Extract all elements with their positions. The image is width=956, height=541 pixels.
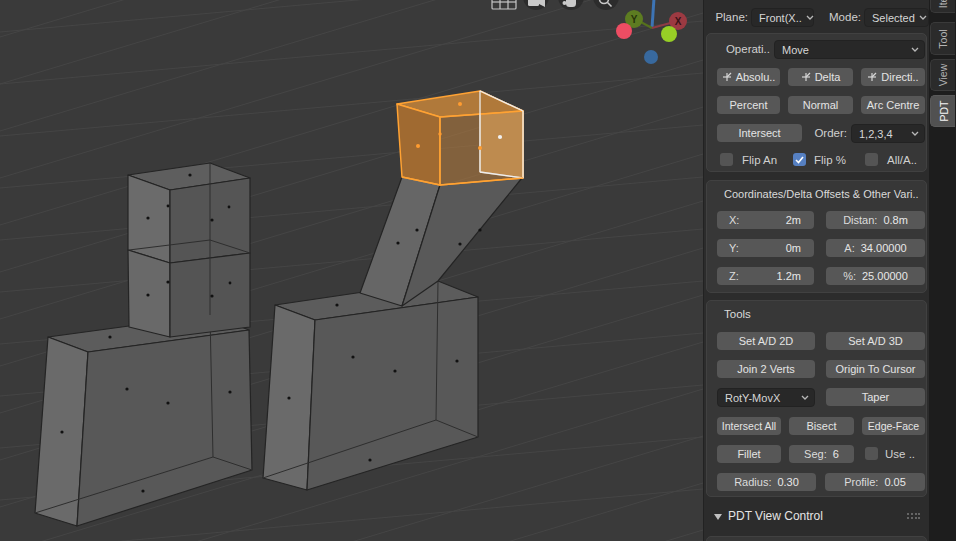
- active-face-dot: [498, 135, 502, 139]
- set-ad-3d-button[interactable]: Set A/D 3D: [826, 332, 925, 350]
- intersect-button[interactable]: Intersect: [717, 124, 802, 142]
- pdt-panel: Plane: Front(X.. Mode: Selected Operati.…: [703, 0, 929, 541]
- tab-pdt[interactable]: PDT: [930, 95, 955, 127]
- axis-x-neg-ball[interactable]: [616, 23, 632, 39]
- percent-button[interactable]: Percent: [717, 96, 780, 114]
- radius-field[interactable]: Radius:0.30: [717, 473, 816, 491]
- tab-tool[interactable]: Tool: [930, 22, 955, 55]
- tab-view[interactable]: View: [930, 59, 955, 91]
- tab-item[interactable]: Item: [930, 0, 955, 13]
- chevron-down-icon: [806, 15, 814, 20]
- axis-x-label: X: [675, 16, 682, 27]
- join-2-verts-button[interactable]: Join 2 Verts: [717, 360, 815, 378]
- taper-button[interactable]: Taper: [826, 388, 925, 406]
- axes-icon: [801, 72, 811, 82]
- pdt-view-control-header[interactable]: PDT View Control: [704, 506, 930, 528]
- flip-angle-label: Flip An: [742, 153, 777, 167]
- operation-dropdown[interactable]: Move: [774, 40, 925, 59]
- arc-centre-button[interactable]: Arc Centre: [861, 96, 925, 114]
- edge-face-button[interactable]: Edge-Face: [862, 417, 925, 435]
- bisect-button[interactable]: Bisect: [789, 417, 854, 435]
- next-panel-box: [706, 536, 927, 541]
- operation-label: Operati..: [717, 40, 770, 59]
- drag-grip-icon[interactable]: [906, 512, 920, 520]
- z-field[interactable]: Z:1.2m: [717, 267, 814, 285]
- use-checkbox[interactable]: [865, 447, 878, 460]
- axis-z-neg-ball[interactable]: [644, 50, 658, 64]
- percent-field[interactable]: %:25.00000: [826, 267, 925, 285]
- profile-field[interactable]: Profile:0.05: [825, 473, 925, 491]
- normal-button[interactable]: Normal: [788, 96, 853, 114]
- viewport-3d[interactable]: Y X: [0, 0, 703, 541]
- rot-mov-dropdown[interactable]: RotY-MovX: [717, 388, 815, 407]
- absolute-button[interactable]: Absolu..: [717, 68, 780, 86]
- axes-icon: [722, 72, 732, 82]
- coordinates-title: Coordinates/Delta Offsets & Other Vari..: [724, 188, 919, 200]
- intersect-all-button[interactable]: Intersect All: [717, 417, 781, 435]
- chevron-down-icon: [911, 47, 919, 52]
- direction-button[interactable]: Directi..: [861, 68, 925, 86]
- all-active-label: All/A..: [887, 153, 917, 167]
- coordinates-box: Coordinates/Delta Offsets & Other Vari..…: [706, 180, 927, 293]
- plane-label: Plane:: [704, 8, 748, 27]
- use-label: Use ..: [885, 447, 915, 461]
- delta-button[interactable]: Delta: [788, 68, 853, 86]
- mode-dropdown[interactable]: Selected: [864, 8, 929, 27]
- all-active-checkbox[interactable]: [865, 153, 878, 166]
- plane-dropdown[interactable]: Front(X..: [751, 8, 814, 27]
- origin-to-cursor-button[interactable]: Origin To Cursor: [826, 360, 925, 378]
- chevron-down-icon: [919, 15, 927, 20]
- pdt-view-control-title: PDT View Control: [728, 509, 823, 523]
- operation-box: Operati.. Move Absolu.. Delta Directi.. …: [706, 33, 927, 172]
- set-ad-2d-button[interactable]: Set A/D 2D: [717, 332, 815, 350]
- sidebar-tab-strip: Item Tool View PDT: [929, 0, 956, 541]
- chevron-down-icon: [911, 131, 919, 136]
- x-field[interactable]: X:2m: [717, 211, 814, 229]
- order-dropdown[interactable]: 1,2,3,4: [851, 124, 925, 143]
- chevron-down-icon: [801, 395, 809, 400]
- blender-window: { "panel": { "plane": { "label": "Plane:…: [0, 0, 956, 541]
- flip-percent-checkbox[interactable]: [793, 153, 806, 166]
- flip-angle-checkbox[interactable]: [720, 153, 733, 166]
- collapse-triangle-icon: [714, 514, 722, 520]
- y-field[interactable]: Y:0m: [717, 239, 814, 257]
- tools-title: Tools: [724, 308, 751, 320]
- axis-y-label: Y: [631, 14, 638, 25]
- seg-field[interactable]: Seg:6: [789, 445, 854, 463]
- flip-percent-label: Flip %: [814, 153, 846, 167]
- mode-label: Mode:: [822, 8, 861, 27]
- order-label: Order:: [807, 124, 847, 143]
- distance-field[interactable]: Distan:0.8m: [826, 211, 925, 229]
- axes-icon: [867, 72, 877, 82]
- fillet-button[interactable]: Fillet: [717, 445, 781, 463]
- axis-y-neg-ball[interactable]: [661, 26, 677, 42]
- tools-box: Tools Set A/D 2D Set A/D 3D Join 2 Verts…: [706, 300, 927, 497]
- angle-field[interactable]: A:34.00000: [826, 239, 925, 257]
